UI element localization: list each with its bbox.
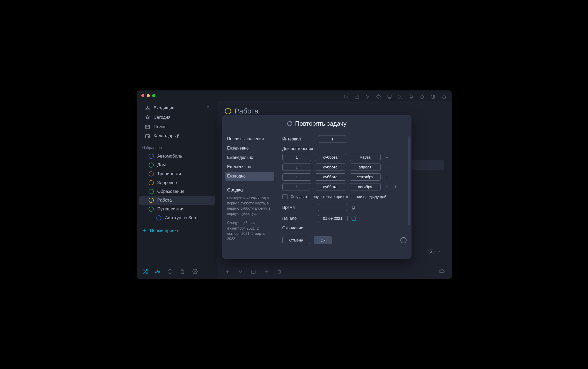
- ordinal-input[interactable]: [282, 154, 311, 161]
- minimize-window-button[interactable]: [147, 94, 150, 97]
- mode-weekly[interactable]: Еженедельно: [225, 153, 274, 162]
- bell-icon[interactable]: [409, 94, 414, 99]
- theme-icon[interactable]: [430, 94, 436, 99]
- month-select[interactable]: [350, 173, 381, 181]
- start-date-input[interactable]: [318, 215, 348, 222]
- bottom-toolbar-right: [439, 268, 452, 275]
- cancel-button[interactable]: Отмена: [282, 236, 310, 244]
- mode-monthly[interactable]: Ежемесячно: [225, 162, 274, 171]
- plus-icon: [142, 228, 147, 233]
- remove-row-button[interactable]: [384, 174, 389, 180]
- summary-repeat-text: Повторять: каждый год в первую субботу м…: [225, 194, 274, 217]
- create-after-prev-row: Создавать новую только при окончании пре…: [282, 194, 407, 199]
- svg-point-14: [401, 237, 406, 243]
- weekday-select[interactable]: [315, 173, 346, 181]
- time-row: Время: [282, 204, 407, 211]
- project-subitem-autotour[interactable]: Автотур по Зол…: [139, 214, 215, 222]
- sidebar-item-today[interactable]: Сегодня: [139, 113, 215, 122]
- mode-after-completion[interactable]: После выполнения: [225, 134, 274, 143]
- project-item-auto[interactable]: Автомобиль: [139, 152, 215, 161]
- svg-point-2: [378, 95, 379, 96]
- copy-icon[interactable]: [441, 94, 446, 99]
- search-icon[interactable]: [343, 94, 349, 99]
- project-label: Тренировки: [157, 171, 181, 176]
- project-ring-icon: [156, 215, 161, 221]
- create-after-prev-checkbox[interactable]: [282, 194, 288, 199]
- add-icon[interactable]: [225, 269, 230, 274]
- cloud-sync-icon[interactable]: [439, 268, 445, 274]
- month-select[interactable]: [350, 164, 381, 171]
- sidebar-item-plans[interactable]: Планы: [139, 122, 215, 131]
- day-row-3: [282, 183, 407, 190]
- settings-icon[interactable]: [192, 269, 198, 274]
- remove-row-button[interactable]: [384, 165, 389, 170]
- svg-rect-13: [352, 217, 356, 220]
- mode-daily[interactable]: Ежедневно: [225, 144, 274, 153]
- svg-point-11: [194, 271, 196, 272]
- ordinal-input[interactable]: [282, 164, 311, 171]
- move-icon[interactable]: [264, 269, 269, 274]
- add-row-button[interactable]: [393, 184, 398, 189]
- history-icon[interactable]: [167, 269, 173, 274]
- inbox-icon: [145, 105, 150, 111]
- rainbow-icon[interactable]: [155, 269, 160, 274]
- fullscreen-window-button[interactable]: [152, 94, 155, 97]
- ordinal-input[interactable]: [282, 183, 311, 190]
- svg-rect-8: [145, 125, 149, 129]
- shuffle-icon[interactable]: [142, 269, 148, 274]
- project-item-education[interactable]: Образование: [139, 187, 215, 196]
- end-row: Окончание: [282, 226, 407, 230]
- interval-input[interactable]: [318, 136, 347, 143]
- scrollbar[interactable]: [408, 136, 410, 225]
- focus-icon[interactable]: [398, 94, 403, 99]
- app-window: Входящие 0 Сегодня Планы Календарь β Изб…: [137, 90, 452, 279]
- calendar-icon[interactable]: [354, 94, 359, 99]
- project-item-travel[interactable]: Путешествия: [139, 205, 215, 214]
- project-label: Здоровье: [157, 180, 177, 185]
- weekday-select[interactable]: [315, 164, 346, 171]
- remove-row-button[interactable]: [384, 184, 389, 189]
- remove-row-button[interactable]: [384, 155, 389, 160]
- filter-icon[interactable]: [365, 94, 370, 99]
- ok-button[interactable]: Ок: [314, 236, 332, 244]
- reminder-bell-icon[interactable]: [351, 205, 356, 210]
- weekday-select[interactable]: [315, 154, 346, 161]
- start-label: Начало: [282, 216, 314, 221]
- timer-icon[interactable]: [420, 94, 425, 99]
- mode-yearly[interactable]: Ежегодно: [225, 172, 274, 181]
- project-item-work[interactable]: Работа: [139, 196, 215, 205]
- interval-row: Интервал г.: [282, 136, 407, 143]
- sidebar-item-inbox[interactable]: Входящие 0: [139, 103, 215, 113]
- project-item-health[interactable]: Здоровье: [139, 178, 215, 187]
- project-item-workouts[interactable]: Тренировки: [139, 169, 215, 178]
- month-select[interactable]: [350, 154, 381, 161]
- top-toolbar: [343, 94, 446, 99]
- project-item-home[interactable]: Дом: [139, 161, 215, 169]
- date-icon[interactable]: [251, 269, 256, 274]
- new-project-label: Новый проект: [150, 228, 179, 233]
- chevron-right-icon: [437, 250, 441, 254]
- priority-icon[interactable]: [238, 269, 243, 274]
- group-icon[interactable]: [387, 94, 392, 99]
- new-project-button[interactable]: Новый проект: [137, 224, 218, 237]
- time-input[interactable]: [318, 204, 347, 211]
- weekday-select[interactable]: [315, 183, 346, 190]
- project-label: Автомобиль: [157, 154, 182, 159]
- repeat-icon: [287, 121, 292, 126]
- section-counter[interactable]: 3: [428, 250, 441, 254]
- day-row-1: [282, 164, 407, 171]
- start-row: Начало: [282, 215, 407, 222]
- calendar-picker-icon[interactable]: [351, 216, 356, 221]
- delete-icon[interactable]: [277, 269, 282, 274]
- month-select[interactable]: [350, 183, 381, 190]
- repeat-form: Интервал г. Дни повторения: [277, 131, 411, 259]
- sidebar-item-calendar[interactable]: Календарь β: [139, 131, 215, 141]
- trash-icon[interactable]: [180, 269, 185, 274]
- close-window-button[interactable]: [141, 94, 144, 97]
- sidebar-item-label: Планы: [154, 124, 167, 129]
- page-title: Работа: [235, 107, 259, 115]
- pause-icon[interactable]: [400, 237, 407, 244]
- ordinal-input[interactable]: [282, 173, 311, 181]
- repeat-days-label: Дни повторения: [282, 146, 407, 151]
- tag-icon[interactable]: [376, 94, 381, 99]
